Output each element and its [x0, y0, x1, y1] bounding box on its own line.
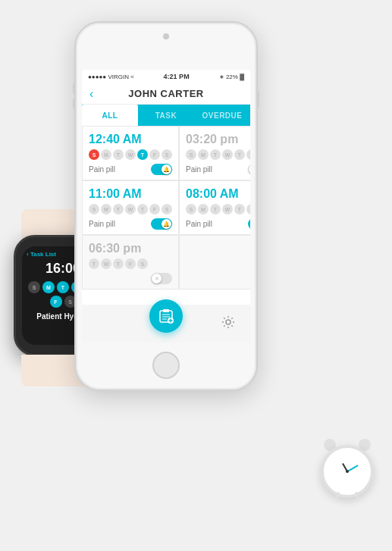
- schedule-card-5: 06:30 pm T W T F S ✕: [83, 236, 178, 289]
- day-s: S: [89, 149, 99, 160]
- back-button[interactable]: ‹: [89, 87, 93, 101]
- schedule-card-4: 08:00 AM S M T W T F S Pain pill 🔔: [180, 181, 250, 234]
- day-th: T: [234, 149, 245, 160]
- day-t: T: [210, 204, 221, 214]
- schedule-grid: 12:40 AM S M T W T F S Pain pill 🔔: [82, 126, 250, 290]
- alarm-legs: [336, 492, 359, 499]
- day-s: S: [186, 204, 196, 214]
- watch-back-label: ‹ Task List: [27, 251, 56, 258]
- card4-pill-row: Pain pill 🔔: [186, 218, 250, 230]
- card4-days: S M T W T F S: [186, 204, 250, 214]
- card3-toggle-knob: 🔔: [162, 219, 171, 229]
- schedule-card-3: 11:00 AM S M T W T F S Pain pill 🔔: [83, 181, 178, 234]
- day-f: F: [149, 149, 160, 160]
- svg-point-8: [226, 320, 230, 324]
- day-f: F: [125, 258, 136, 269]
- day-f: F: [149, 204, 160, 214]
- watch-day-s1: S: [28, 281, 40, 293]
- day-w: W: [101, 258, 111, 269]
- day-sa: S: [162, 149, 172, 160]
- day-w: W: [125, 204, 136, 214]
- day-th: T: [234, 204, 245, 214]
- card1-toggle[interactable]: 🔔: [151, 164, 172, 175]
- card3-toggle[interactable]: 🔔: [151, 218, 172, 230]
- card1-toggle-knob: 🔔: [162, 164, 171, 174]
- signal-indicator: ●●●●● ●●●●● VIRGINVIRGIN ≈: [88, 74, 134, 80]
- day-w: W: [125, 149, 136, 160]
- volume-up: [73, 83, 76, 94]
- clock-hands: [332, 456, 362, 487]
- day-th: T: [137, 149, 148, 160]
- day-w: W: [222, 204, 233, 214]
- day-t: T: [89, 258, 99, 269]
- day-m: M: [198, 204, 209, 214]
- day-s: S: [89, 204, 99, 214]
- card4-time: 08:00 AM: [186, 187, 250, 201]
- day-m: M: [198, 149, 209, 160]
- card1-pill-row: Pain pill 🔔: [89, 164, 172, 175]
- clipboard-icon: [158, 308, 174, 324]
- day-w: W: [222, 149, 233, 160]
- day-m: M: [101, 149, 111, 160]
- schedule-card-empty: [180, 236, 250, 289]
- schedule-card-2: 03:20 pm S M T W T F S Pain pill ✕: [180, 127, 250, 180]
- card4-toggle[interactable]: 🔔: [248, 218, 250, 230]
- card2-days: S M T W T F S: [186, 149, 250, 160]
- card3-time: 11:00 AM: [89, 187, 172, 201]
- clock-face: [321, 445, 374, 498]
- tab-bar: ALL TASK OVERDUE: [82, 105, 250, 126]
- bell-icon: 🔔: [163, 167, 170, 173]
- bell-icon: 🔔: [163, 221, 170, 227]
- settings-button[interactable]: [221, 315, 235, 332]
- clock-center: [346, 470, 349, 473]
- card1-med: Pain pill: [89, 165, 115, 174]
- bottom-action-bar: [82, 305, 250, 343]
- day-th: T: [137, 204, 148, 214]
- tab-task[interactable]: TASK: [138, 105, 194, 126]
- day-sa: S: [137, 258, 148, 269]
- card5-days: T W T F S: [89, 258, 172, 269]
- day-f: F: [246, 149, 250, 160]
- card4-med: Pain pill: [186, 220, 212, 228]
- day-m: M: [101, 204, 111, 214]
- card5-toggle[interactable]: ✕: [151, 273, 172, 284]
- card2-med: Pain pill: [186, 165, 212, 174]
- x-icon: ✕: [155, 276, 159, 282]
- card2-time: 03:20 pm: [186, 133, 250, 146]
- svg-rect-1: [163, 309, 169, 312]
- watch-day-t1: T: [57, 281, 69, 293]
- phone-screen: ●●●●● ●●●●● VIRGINVIRGIN ≈ 4:21 PM ∗ 22%…: [82, 70, 250, 343]
- card2-toggle[interactable]: ✕: [248, 164, 250, 175]
- card1-days: S M T W T F S: [89, 149, 172, 160]
- watch-day-f: F: [50, 296, 62, 308]
- tab-all[interactable]: ALL: [82, 105, 138, 126]
- schedule-content: 12:40 AM S M T W T F S Pain pill 🔔: [82, 126, 250, 290]
- card3-med: Pain pill: [89, 220, 115, 228]
- day-th: T: [113, 258, 124, 269]
- gear-icon: [221, 315, 235, 329]
- phone-shell: ●●●●● ●●●●● VIRGINVIRGIN ≈ 4:21 PM ∗ 22%…: [74, 21, 258, 391]
- card3-days: S M T W T F S: [89, 204, 172, 214]
- status-bar: ●●●●● ●●●●● VIRGINVIRGIN ≈ 4:21 PM ∗ 22%…: [82, 70, 250, 83]
- day-f: F: [246, 204, 250, 214]
- status-time: 4:21 PM: [164, 73, 190, 80]
- card5-pill-row: ✕: [89, 273, 172, 284]
- schedule-card-1: 12:40 AM S M T W T F S Pain pill 🔔: [83, 127, 178, 180]
- alarm-clock: [313, 437, 381, 506]
- add-task-button[interactable]: [149, 299, 183, 333]
- day-t: T: [113, 149, 124, 160]
- day-sa: S: [162, 204, 172, 214]
- battery-indicator: ∗ 22% ▓: [219, 74, 244, 80]
- card3-pill-row: Pain pill 🔔: [89, 218, 172, 230]
- day-t: T: [113, 204, 124, 214]
- day-t: T: [210, 149, 221, 160]
- app-header: ‹ JOHN CARTER: [82, 83, 250, 105]
- card1-time: 12:40 AM: [89, 133, 172, 146]
- card2-toggle-knob: ✕: [249, 164, 250, 174]
- tab-overdue[interactable]: OVERDUE: [194, 105, 250, 126]
- page-title: JOHN CARTER: [128, 88, 203, 99]
- card5-time: 06:30 pm: [89, 242, 172, 255]
- volume-down: [73, 99, 76, 109]
- day-s: S: [186, 149, 196, 160]
- watch-day-m: M: [42, 281, 55, 293]
